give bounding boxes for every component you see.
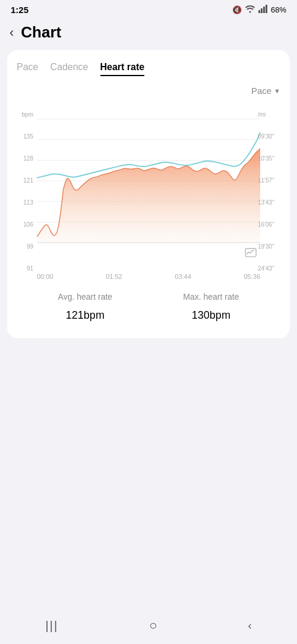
avg-label: Avg. heart rate: [58, 292, 113, 301]
max-label: Max. heart rate: [183, 292, 239, 301]
y-label-135: 135: [17, 133, 33, 140]
pace-dropdown-row: Pace ▼: [17, 86, 280, 96]
y-unit-left: bpm: [17, 111, 33, 118]
y-right-3: 11'57": [258, 177, 280, 184]
max-heart-rate-stat: Max. heart rate 130bpm: [183, 292, 239, 323]
wifi-icon: [245, 5, 255, 15]
heart-rate-chart: [37, 100, 260, 273]
y-label-113: 113: [17, 199, 33, 206]
y-right-2: 10'35": [258, 155, 280, 162]
max-value: 130bpm: [192, 304, 230, 323]
y-right-7: 24'43": [258, 265, 280, 272]
header: ‹ Chart: [0, 17, 297, 50]
back-button[interactable]: ‹: [10, 25, 14, 40]
tab-cadence[interactable]: Cadence: [50, 62, 88, 76]
chart-area: bpm 135 128 121 113 106 99 91 /mi 09'30"…: [17, 100, 280, 280]
svg-point-0: [249, 11, 251, 13]
stats-row: Avg. heart rate 121bpm Max. heart rate 1…: [17, 280, 280, 329]
y-right-1: 09'30": [258, 133, 280, 140]
avg-heart-rate-stat: Avg. heart rate 121bpm: [58, 292, 113, 323]
x-label-3: 05:36: [244, 273, 260, 280]
nav-back-icon[interactable]: ‹: [248, 620, 251, 632]
y-label-128: 128: [17, 155, 33, 162]
battery-text: 68%: [271, 5, 286, 14]
expand-chart-icon[interactable]: [245, 249, 256, 257]
svg-rect-4: [266, 5, 267, 13]
y-unit-right: /mi: [258, 111, 280, 118]
x-label-2: 03:44: [175, 273, 191, 280]
tab-bar: Pace Cadence Heart rate: [17, 62, 280, 76]
svg-rect-1: [258, 10, 260, 13]
pace-dropdown-button[interactable]: Pace ▼: [251, 86, 280, 96]
y-label-106: 106: [17, 221, 33, 228]
pace-dropdown-label: Pace: [251, 86, 271, 96]
nav-home-icon[interactable]: ○: [149, 618, 157, 633]
y-right-6: 19'30": [258, 243, 280, 250]
x-label-0: 00:00: [37, 273, 53, 280]
y-right-5: 16'06": [258, 221, 280, 228]
y-label-121: 121: [17, 177, 33, 184]
chevron-down-icon: ▼: [274, 87, 280, 95]
y-right-4: 13'43": [258, 199, 280, 206]
svg-rect-3: [263, 7, 265, 13]
nav-menu-icon[interactable]: |||: [46, 619, 59, 633]
status-time: 1:25: [11, 5, 29, 15]
status-bar: 1:25 🔇 68%: [0, 0, 297, 17]
tab-heartrate[interactable]: Heart rate: [100, 62, 145, 76]
bottom-nav: ||| ○ ‹: [0, 611, 297, 644]
svg-rect-2: [261, 8, 263, 13]
x-label-1: 01:52: [106, 273, 122, 280]
chart-svg-wrapper: [37, 100, 260, 275]
y-label-99: 99: [17, 243, 33, 250]
main-card: Pace Cadence Heart rate Pace ▼ bpm 135 1…: [7, 50, 290, 338]
y-label-91: 91: [17, 265, 33, 272]
avg-value: 121bpm: [66, 304, 105, 323]
signal-icon: [258, 5, 268, 15]
mute-icon: 🔇: [232, 5, 242, 14]
page-title: Chart: [21, 23, 61, 42]
tab-pace[interactable]: Pace: [17, 62, 38, 76]
status-icons: 🔇 68%: [232, 5, 286, 15]
